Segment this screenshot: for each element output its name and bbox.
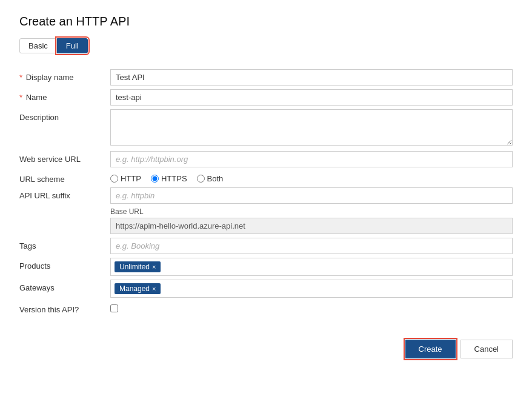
radio-https-text: HTTPS	[161, 174, 187, 183]
url-scheme-row: URL scheme HTTP HTTPS Both	[19, 171, 513, 184]
products-row: Products Unlimited ×	[19, 258, 513, 276]
base-url-label: Base URL	[110, 207, 513, 216]
version-checkbox[interactable]	[110, 304, 118, 312]
version-checkbox-row	[110, 301, 513, 312]
products-input[interactable]: Unlimited ×	[110, 258, 513, 276]
url-scheme-label: URL scheme	[19, 175, 65, 184]
display-name-input[interactable]: Test API	[110, 69, 513, 86]
radio-https-label[interactable]: HTTPS	[151, 174, 187, 183]
radio-both-text: Both	[207, 174, 224, 183]
tab-basic[interactable]: Basic	[19, 38, 57, 53]
tab-bar: Basic Full	[19, 38, 513, 53]
radio-https[interactable]	[151, 175, 159, 183]
name-input[interactable]: test-api	[110, 89, 513, 106]
tags-row: Tags	[19, 238, 513, 254]
gateways-chip-managed-text: Managed	[119, 284, 150, 293]
cancel-button[interactable]: Cancel	[461, 340, 513, 358]
create-button[interactable]: Create	[405, 340, 456, 358]
name-row: * Name test-api	[19, 89, 513, 106]
base-url-row: Base URL https://apim-hello-world.azure-…	[19, 207, 513, 234]
api-url-suffix-label: API URL suffix	[19, 191, 70, 200]
page-title: Create an HTTP API	[19, 15, 513, 29]
products-label: Products	[19, 261, 50, 270]
required-star-name: *	[19, 93, 22, 102]
api-url-suffix-row: API URL suffix	[19, 187, 513, 204]
web-service-url-label: Web service URL	[19, 155, 81, 164]
display-name-row: * Display name Test API	[19, 69, 513, 86]
display-name-label: Display name	[26, 73, 74, 82]
api-url-suffix-input[interactable]	[110, 187, 513, 204]
radio-both-label[interactable]: Both	[197, 174, 224, 183]
products-chip-unlimited-text: Unlimited	[119, 263, 150, 271]
radio-both[interactable]	[197, 175, 205, 183]
radio-http-label[interactable]: HTTP	[110, 174, 141, 183]
radio-http[interactable]	[110, 175, 118, 183]
web-service-url-row: Web service URL	[19, 151, 513, 167]
radio-http-text: HTTP	[121, 174, 141, 183]
version-label: Version this API?	[19, 305, 79, 314]
gateways-label: Gateways	[19, 283, 55, 292]
version-row: Version this API?	[19, 301, 513, 314]
gateways-input[interactable]: Managed ×	[110, 280, 513, 298]
footer-buttons: Create Cancel	[19, 332, 513, 358]
description-label: Description	[19, 113, 59, 122]
tab-full[interactable]: Full	[57, 38, 88, 53]
url-scheme-radio-group: HTTP HTTPS Both	[110, 171, 513, 183]
required-star-display: *	[19, 73, 22, 82]
create-api-form: * Display name Test API * Name test-api …	[19, 66, 513, 318]
products-chip-unlimited: Unlimited ×	[115, 261, 161, 272]
gateways-chip-managed-remove[interactable]: ×	[152, 286, 156, 292]
web-service-url-input[interactable]	[110, 151, 513, 167]
tags-label: Tags	[19, 241, 36, 250]
description-row: Description	[19, 109, 513, 147]
base-url-value: https://apim-hello-world.azure-api.net	[110, 218, 513, 234]
tags-input[interactable]	[110, 238, 513, 254]
name-label: Name	[26, 93, 47, 102]
description-textarea[interactable]	[110, 109, 513, 146]
products-chip-unlimited-remove[interactable]: ×	[152, 264, 156, 270]
gateways-chip-managed: Managed ×	[115, 283, 161, 294]
gateways-row: Gateways Managed ×	[19, 280, 513, 298]
